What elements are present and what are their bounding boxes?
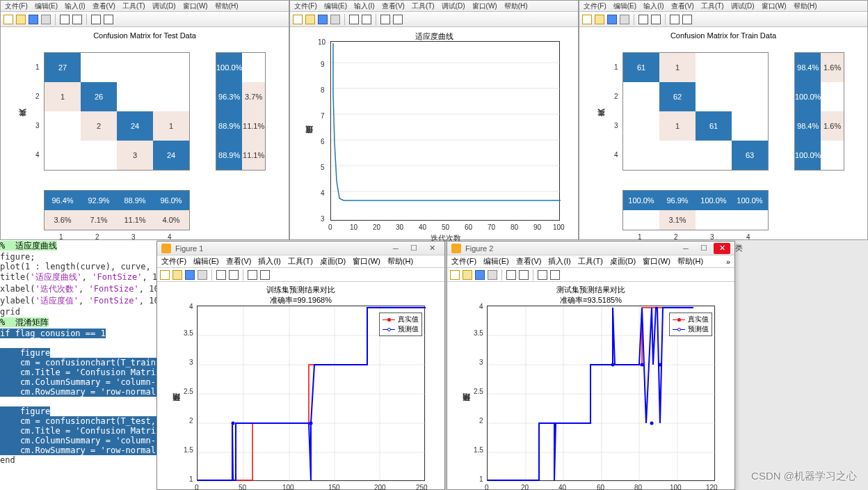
new-icon[interactable]	[582, 15, 592, 24]
open-icon[interactable]	[595, 15, 604, 24]
save-icon[interactable]	[185, 270, 195, 280]
menubar[interactable]: 文件(F)编辑(E)输入(I)查看(V)工具(T)调试(D)窗口(W)帮助(H)	[1, 1, 289, 12]
window-title: Figure 1	[175, 244, 203, 253]
arrow-icon[interactable]	[91, 15, 101, 24]
accuracy-label: 准确率=93.5185%	[449, 295, 733, 306]
figure-menubar[interactable]: 文件(F)编辑(E)查看(V)插入(I)工具(T)桌面(D)窗口(W)帮助(H)	[157, 255, 444, 268]
close-button[interactable]: ✕	[714, 243, 730, 254]
panel-fitness-curve: 文件(F)编辑(E)输入(I)查看(V)工具(T)调试(D)窗口(W)帮助(H)…	[289, 0, 579, 240]
chart-title: 训练集预测结果对比	[159, 282, 443, 295]
box-icon[interactable]	[682, 15, 692, 24]
chart-title: Confusion Matrix for Train Data	[581, 29, 866, 40]
matlab-icon	[451, 244, 461, 253]
watermark: CSDN @机器学习之心	[751, 470, 857, 483]
menubar[interactable]: 文件(F)编辑(E)输入(I)查看(V)工具(T)调试(D)窗口(W)帮助(H)	[579, 1, 867, 12]
save-icon[interactable]	[318, 15, 328, 24]
svg-point-20	[310, 422, 313, 425]
confusion-matrix-test: 27 126 2241 324 100.0% 96.3%3.7% 88.9%11…	[2, 40, 287, 249]
print-icon[interactable]	[330, 15, 340, 24]
figure-2-window[interactable]: Figure 2 ─ ☐ ✕ 文件(F)编辑(E)查看(V)插入(I)工具(T)…	[447, 241, 735, 490]
chart-title: Confusion Matrix for Test Data	[2, 29, 287, 40]
open-icon[interactable]	[172, 270, 182, 280]
minimize-button[interactable]: ─	[677, 243, 694, 254]
confusion-matrix-train: 611 62 161 63 98.4%1.6% 100.0% 98.4%1.6%…	[581, 40, 866, 249]
figure-toolbar[interactable]	[447, 268, 734, 282]
legend: 真实值 预测值	[379, 313, 422, 336]
new-icon[interactable]	[3, 15, 13, 24]
chart-title: 适应度曲线	[291, 29, 577, 42]
chart-title: 测试集预测结果对比	[449, 282, 733, 295]
box-icon[interactable]	[638, 15, 648, 24]
print-icon[interactable]	[41, 15, 51, 24]
save-icon[interactable]	[607, 15, 617, 24]
accuracy-label: 准确率=99.1968%	[159, 295, 443, 306]
maximize-button[interactable]: ☐	[405, 243, 422, 254]
figure-1-window[interactable]: Figure 1 ─ ☐ ✕ 文件(F)编辑(E)查看(V)插入(I)工具(T)…	[156, 241, 445, 490]
svg-point-37	[650, 422, 654, 425]
line-chart	[330, 41, 560, 221]
box-icon[interactable]	[72, 15, 82, 24]
matlab-icon	[161, 244, 171, 253]
new-icon[interactable]	[293, 15, 303, 24]
box-icon[interactable]	[104, 15, 113, 24]
new-icon[interactable]	[450, 270, 460, 280]
toolbar[interactable]	[579, 12, 867, 27]
box-icon[interactable]	[349, 15, 359, 24]
window-titlebar[interactable]: Figure 2 ─ ☐ ✕	[447, 242, 734, 255]
box-icon[interactable]	[393, 15, 403, 24]
arrow-icon[interactable]	[248, 270, 257, 280]
open-icon[interactable]	[305, 15, 315, 24]
figure-menubar[interactable]: 文件(F)编辑(E)查看(V)插入(I)工具(T)桌面(D)窗口(W)帮助(H)…	[447, 255, 734, 268]
panel-confusion-train: 文件(F)编辑(E)输入(I)查看(V)工具(T)调试(D)窗口(W)帮助(H)…	[579, 0, 868, 240]
svg-point-19	[232, 422, 235, 425]
arrow-icon[interactable]	[380, 15, 390, 24]
box-icon[interactable]	[216, 270, 226, 280]
print-icon[interactable]	[198, 270, 207, 280]
menubar[interactable]: 文件(F)编辑(E)输入(I)查看(V)工具(T)调试(D)窗口(W)帮助(H)	[290, 1, 578, 12]
save-icon[interactable]	[475, 270, 485, 280]
print-icon[interactable]	[488, 270, 497, 280]
print-icon[interactable]	[620, 15, 629, 24]
minimize-button[interactable]: ─	[387, 243, 404, 254]
code-editor[interactable]: % 适应度曲线 figure; plot(1 : length(curve), …	[0, 240, 156, 490]
svg-point-35	[611, 363, 615, 367]
box-icon[interactable]	[229, 270, 239, 280]
arrow-icon[interactable]	[538, 270, 547, 280]
panel-confusion-test: 文件(F)编辑(E)输入(I)查看(V)工具(T)调试(D)窗口(W)帮助(H)…	[0, 0, 289, 240]
box-icon[interactable]	[260, 270, 270, 280]
box-icon[interactable]	[506, 270, 516, 280]
legend: 真实值 预测值	[669, 313, 712, 336]
maximize-button[interactable]: ☐	[696, 243, 712, 254]
close-button[interactable]: ✕	[424, 243, 440, 254]
box-icon[interactable]	[550, 270, 560, 280]
window-title: Figure 2	[465, 244, 493, 253]
toolbar[interactable]	[1, 12, 289, 27]
svg-point-38	[659, 363, 662, 367]
new-icon[interactable]	[160, 270, 170, 280]
open-icon[interactable]	[16, 15, 26, 24]
box-icon[interactable]	[651, 15, 661, 24]
box-icon[interactable]	[519, 270, 529, 280]
open-icon[interactable]	[463, 270, 472, 280]
arrow-icon[interactable]	[670, 15, 680, 24]
figure-toolbar[interactable]	[157, 268, 444, 282]
window-titlebar[interactable]: Figure 1 ─ ☐ ✕	[157, 242, 444, 255]
save-icon[interactable]	[29, 15, 38, 24]
toolbar[interactable]	[290, 12, 578, 27]
box-icon[interactable]	[362, 15, 371, 24]
svg-point-36	[641, 363, 644, 367]
data-cursor-icon[interactable]	[60, 15, 70, 24]
